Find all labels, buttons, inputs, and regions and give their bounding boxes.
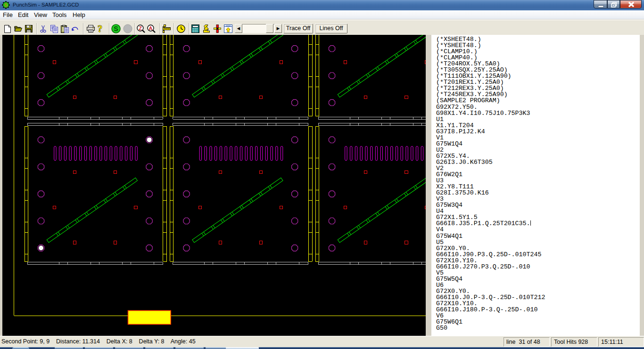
svg-text:1010: 1010	[226, 24, 231, 27]
svg-text:?: ?	[98, 24, 102, 33]
svg-text:Z: Z	[139, 25, 142, 31]
svg-text:S: S	[114, 25, 118, 32]
svg-text:A: A	[149, 25, 153, 31]
svg-text:S: S	[4, 2, 8, 8]
